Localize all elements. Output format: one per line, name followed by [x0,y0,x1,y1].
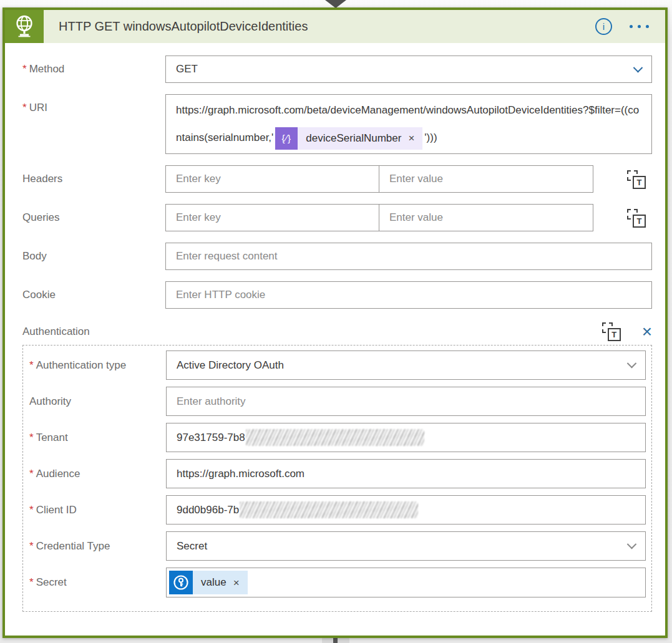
credential-type-row: *Credential Type Secret [29,531,646,561]
token-remove-icon[interactable]: × [408,133,414,143]
required-marker: * [22,63,27,75]
redacted-value [240,501,418,518]
required-marker: * [29,359,34,371]
tenant-input[interactable]: 97e31759-7b8 [166,423,646,452]
secret-row: *Secret value × [29,568,646,597]
cookie-row: Cookie Enter HTTP cookie [22,281,652,309]
redacted-value [246,429,424,446]
method-row: *Method GET [22,56,652,83]
more-options-icon[interactable] [630,25,649,28]
headers-row: Headers Enter key Enter value T [22,165,652,193]
authority-input[interactable]: Enter authority [166,387,646,416]
credential-type-label: *Credential Type [29,531,166,561]
body-input[interactable]: Enter request content [165,243,652,270]
action-parameters: *Method GET *URI https://graph.microsoft… [5,43,665,612]
http-connector-icon [5,10,44,43]
uri-input[interactable]: https://graph.microsoft.com/beta/deviceM… [165,94,652,154]
headers-value-input[interactable]: Enter value [379,165,593,193]
headers-text-mode-icon[interactable]: T [627,170,646,189]
secret-input[interactable]: value × [166,568,646,597]
auth-type-row: *Authentication type Active Directory OA… [29,351,646,380]
headers-key-input[interactable]: Enter key [165,165,379,193]
authentication-label: Authentication [22,322,90,341]
action-header[interactable]: HTTP GET windowsAutopilotDeviceIdentitie… [5,10,665,43]
required-marker: * [29,432,34,443]
queries-key-input[interactable]: Enter key [165,204,379,231]
queries-key-value-table: Enter key Enter value [165,204,593,231]
client-id-input[interactable]: 9dd0b96b-7b [166,495,646,525]
auth-type-select[interactable]: Active Directory OAuth [166,351,646,380]
authority-row: Authority Enter authority [29,387,646,416]
method-value: GET [176,63,198,75]
audience-row: *Audience https://graph.microsoft.com [29,459,646,488]
queries-value-input[interactable]: Enter value [379,204,593,231]
method-label: *Method [22,56,165,83]
http-action-card: HTTP GET windowsAutopilotDeviceIdentitie… [2,7,668,638]
client-id-row: *Client ID 9dd0b96b-7b [29,495,646,525]
credential-type-value: Secret [177,540,207,553]
secret-label: *Secret [29,568,166,597]
queries-text-mode-icon[interactable]: T [627,209,646,228]
chevron-down-icon [633,62,643,72]
client-id-label: *Client ID [29,495,166,525]
key-vault-icon [169,571,193,594]
uri-text-after: '))) [424,132,437,143]
required-marker: * [22,102,27,114]
required-marker: * [29,540,34,552]
authentication-close-icon[interactable]: × [642,323,652,341]
authority-label: Authority [29,387,166,416]
chevron-down-icon [627,539,637,549]
cookie-input[interactable]: Enter HTTP cookie [165,281,652,309]
queries-row: Queries Enter key Enter value T [22,204,652,231]
method-select[interactable]: GET [165,56,652,83]
queries-label: Queries [22,204,165,231]
uri-row: *URI https://graph.microsoft.com/beta/de… [22,94,652,154]
tenant-label: *Tenant [29,423,166,452]
tenant-value: 97e31759-7b8 [177,432,245,444]
secret-token-label: value [201,576,226,589]
info-icon-glyph: i [603,21,605,32]
info-icon[interactable]: i [595,18,612,35]
globe-icon [12,14,36,40]
audience-label: *Audience [29,459,166,488]
secret-token[interactable]: value × [169,571,248,594]
authentication-section: *Authentication type Active Directory OA… [22,345,652,612]
required-marker: * [29,504,34,516]
credential-type-select[interactable]: Secret [166,531,646,561]
chevron-down-icon [627,359,637,369]
uri-label: *URI [22,94,165,122]
action-title: HTTP GET windowsAutopilotDeviceIdentitie… [44,10,595,43]
body-row: Body Enter request content [22,243,652,270]
auth-type-value: Active Directory OAuth [177,359,284,372]
auth-type-label: *Authentication type [29,351,166,380]
audience-value: https://graph.microsoft.com [177,468,304,480]
audience-input[interactable]: https://graph.microsoft.com [166,459,646,488]
header-actions: i [595,10,665,43]
tenant-row: *Tenant 97e31759-7b8 [29,423,646,452]
secret-token-remove-icon[interactable]: × [233,578,240,588]
required-marker: * [29,576,34,588]
headers-key-value-table: Enter key Enter value [165,165,593,193]
cookie-label: Cookie [22,281,165,309]
dynamic-token-label: deviceSerialNumber [306,132,401,145]
dynamic-content-token[interactable]: {⁄}deviceSerialNumber× [275,127,422,150]
body-label: Body [22,243,165,270]
authentication-text-mode-icon[interactable]: T [602,322,621,341]
expression-icon: {⁄} [275,127,298,150]
authentication-header: Authentication T × [22,322,652,341]
required-marker: * [29,468,34,480]
headers-label: Headers [22,165,165,193]
client-id-value: 9dd0b96b-7b [177,504,239,516]
